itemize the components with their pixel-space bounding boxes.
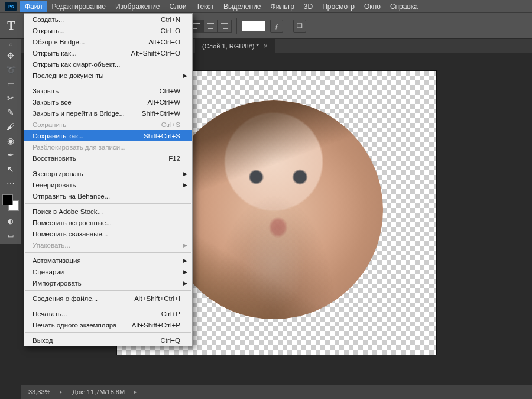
menu-item[interactable]: Открыть как...Alt+Shift+Ctrl+O <box>24 47 192 59</box>
menu-item[interactable]: Отправить на Behance... <box>24 190 192 202</box>
menubar-item-окно[interactable]: Окно <box>359 1 385 12</box>
menu-item[interactable]: Сведения о файле...Alt+Shift+Ctrl+I <box>24 293 192 304</box>
menu-item[interactable]: Закрыть и перейти в Bridge...Shift+Ctrl+… <box>24 108 192 119</box>
menu-separator <box>25 332 191 333</box>
zoom-level[interactable]: 33,33% <box>28 388 50 395</box>
menu-item[interactable]: Печать одного экземпляраAlt+Shift+Ctrl+P <box>24 319 192 330</box>
menu-separator <box>25 290 191 291</box>
screenmode-icon[interactable]: ▭ <box>2 229 19 242</box>
menu-item[interactable]: Поиск в Adobe Stock... <box>24 206 192 217</box>
chevron-right-icon: ▶ <box>183 269 187 275</box>
menu-item-label: Сохранить как... <box>33 132 84 140</box>
menu-item[interactable]: Генерировать▶ <box>24 179 192 190</box>
menu-item[interactable]: Автоматизация▶ <box>24 255 192 266</box>
move-tool-icon[interactable]: ✥ <box>2 49 19 62</box>
menu-item-shortcut: Ctrl+O <box>160 27 180 34</box>
eyedropper-tool-icon[interactable]: ✎ <box>2 106 19 119</box>
menu-item-shortcut: Ctrl+N <box>161 16 180 23</box>
menu-item-label: Импортировать <box>33 280 82 287</box>
menu-item[interactable]: Сценарии▶ <box>24 266 192 277</box>
menu-item[interactable]: Сохранить как...Shift+Ctrl+S <box>24 130 192 141</box>
menu-item: Упаковать...▶ <box>24 239 192 251</box>
menubar-item-3d[interactable]: 3D <box>299 1 317 12</box>
chevron-right-icon[interactable]: ▸ <box>60 389 63 395</box>
menubar-item-фильтр[interactable]: Фильтр <box>266 1 299 12</box>
menu-item[interactable]: Открыть...Ctrl+O <box>24 25 192 36</box>
menu-item-shortcut: Alt+Shift+Ctrl+I <box>134 295 180 302</box>
menu-item-label: Открыть как смарт-объект... <box>33 61 120 68</box>
foreground-background-colors[interactable] <box>2 194 19 211</box>
menu-item[interactable]: Экспортировать▶ <box>24 168 192 179</box>
menu-item: СохранитьCtrl+S <box>24 119 192 130</box>
document-tab[interactable]: (Слой 1, RGB/8#) * × <box>195 39 275 53</box>
menubar-item-текст[interactable]: Текст <box>192 1 219 12</box>
menu-separator <box>25 252 191 253</box>
tool-palette: « ✥ ➰ ▭ ✂ ✎ 🖌 ◉ ✒ ↖ ⋯ ◐ ▭ <box>0 39 21 244</box>
menu-item-label: Выход <box>33 337 53 344</box>
menubar-item-выделение[interactable]: Выделение <box>219 1 266 12</box>
menu-item[interactable]: ВыходCtrl+Q <box>24 335 192 346</box>
align-right-button[interactable] <box>218 20 232 33</box>
menu-item-label: Поиск в Adobe Stock... <box>33 208 103 215</box>
menu-item-label: Сохранить <box>33 121 66 128</box>
chevron-right-icon[interactable]: ▸ <box>134 389 137 395</box>
menu-item[interactable]: Импортировать▶ <box>24 277 192 288</box>
menu-item[interactable]: Последние документы▶ <box>24 70 192 81</box>
menu-item-label: Открыть... <box>33 27 65 34</box>
blur-tool-icon[interactable]: ◉ <box>2 134 19 147</box>
close-icon[interactable]: × <box>264 42 268 50</box>
menu-item-shortcut: Shift+Ctrl+S <box>144 132 180 140</box>
menu-item[interactable]: Открыть как смарт-объект... <box>24 59 192 70</box>
menu-item[interactable]: Печатать...Ctrl+P <box>24 308 192 319</box>
menu-separator <box>25 306 191 306</box>
menu-item-label: Печать одного экземпляра <box>33 322 116 329</box>
app-logo: Ps <box>5 2 17 11</box>
chevron-right-icon: ▶ <box>183 182 187 188</box>
menubar-item-просмотр[interactable]: Просмотр <box>317 1 359 12</box>
menu-item-label: Поместить связанные... <box>33 231 108 238</box>
menu-item[interactable]: Обзор в Bridge...Alt+Ctrl+O <box>24 36 192 47</box>
menubar-item-справка[interactable]: Справка <box>385 1 423 12</box>
menu-item-label: Обзор в Bridge... <box>33 38 85 46</box>
menu-separator <box>25 203 191 204</box>
menu-item[interactable]: Поместить связанные... <box>24 228 192 239</box>
brush-tool-icon[interactable]: 🖌 <box>2 120 19 133</box>
menu-item-label: Поместить встроенные... <box>33 219 112 226</box>
menu-item-shortcut: F12 <box>168 155 180 162</box>
text-color-swatch[interactable] <box>242 21 265 31</box>
character-panel-button[interactable]: ❏ <box>293 20 306 33</box>
menu-item-shortcut: Ctrl+S <box>161 121 180 128</box>
menu-item-label: Закрыть все <box>33 99 72 106</box>
menu-item: Разблокировать для записи... <box>24 141 192 153</box>
menu-item-shortcut: Alt+Ctrl+O <box>148 38 180 46</box>
menu-item-shortcut: Ctrl+P <box>161 310 180 317</box>
collapse-icon[interactable]: « <box>9 41 12 48</box>
menubar-item-слои[interactable]: Слои <box>165 1 192 12</box>
menu-item[interactable]: Создать...Ctrl+N <box>24 14 192 25</box>
chevron-right-icon: ▶ <box>183 171 187 177</box>
marquee-tool-icon[interactable]: ▭ <box>2 77 19 90</box>
menu-item[interactable]: Поместить встроенные... <box>24 217 192 228</box>
menu-item[interactable]: ВосстановитьF12 <box>24 153 192 164</box>
menu-item-label: Автоматизация <box>33 257 81 264</box>
crop-tool-icon[interactable]: ✂ <box>2 92 19 105</box>
menu-separator <box>25 166 191 166</box>
path-select-icon[interactable]: ↖ <box>2 163 19 176</box>
menubar-item-изображение[interactable]: Изображение <box>111 1 165 12</box>
lasso-tool-icon[interactable]: ➰ <box>2 63 19 76</box>
menu-item[interactable]: Закрыть всеAlt+Ctrl+W <box>24 96 192 108</box>
menu-item[interactable]: ЗакрытьCtrl+W <box>24 85 192 96</box>
menu-item-label: Печатать... <box>33 310 67 317</box>
menu-item-shortcut: Alt+Shift+Ctrl+O <box>131 50 180 57</box>
menubar-item-редактирование[interactable]: Редактирование <box>47 1 111 12</box>
menubar: Ps ФайлРедактированиеИзображениеСлоиТекс… <box>0 0 532 13</box>
warp-text-button[interactable]: ƒ <box>270 20 283 33</box>
pen-tool-icon[interactable]: ✒ <box>2 148 19 161</box>
menu-item-shortcut: Ctrl+W <box>160 87 180 95</box>
menubar-item-файл[interactable]: Файл <box>20 1 47 12</box>
divider <box>288 18 288 34</box>
document-tab-title: (Слой 1, RGB/8#) * <box>202 43 259 50</box>
ellipsis-icon[interactable]: ⋯ <box>2 177 19 190</box>
align-center-button[interactable] <box>203 20 218 33</box>
quickmask-icon[interactable]: ◐ <box>2 215 19 228</box>
